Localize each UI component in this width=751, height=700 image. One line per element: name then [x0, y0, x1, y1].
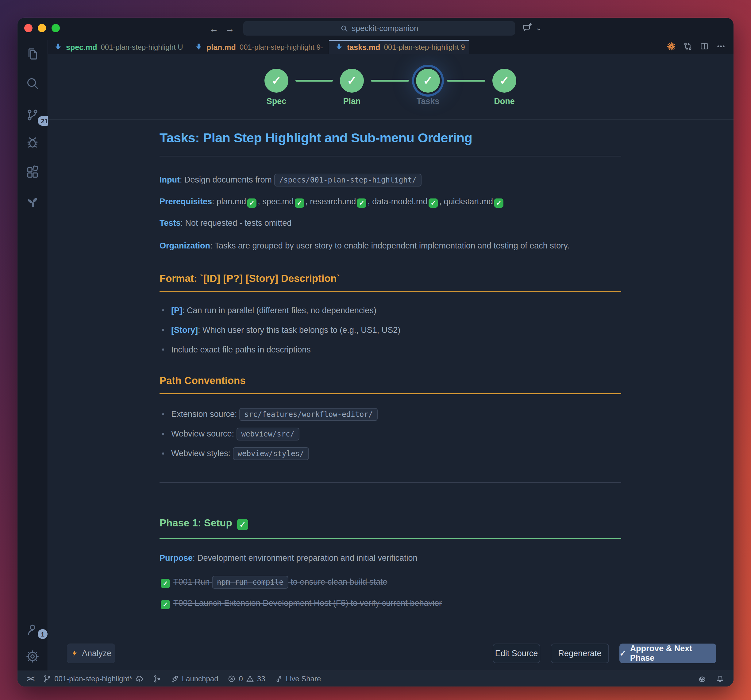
- nav-back-button[interactable]: ←: [208, 22, 220, 36]
- window-titlebar: ← → speckit-companion ⌄: [17, 18, 734, 40]
- task-item-t002[interactable]: ✓ T002 Launch Extension Development Host…: [159, 596, 621, 610]
- step-tasks-circle[interactable]: ✓: [416, 69, 440, 93]
- checked-emoji: ✓: [295, 198, 304, 208]
- step-done-circle[interactable]: ✓: [492, 69, 516, 93]
- page-title: Tasks: Plan Step Highlight and Sub-menu …: [159, 130, 621, 145]
- split-editor-icon[interactable]: [700, 42, 709, 52]
- path-code: webview/src/: [236, 428, 300, 440]
- tab-tasks-md[interactable]: tasks.md 001-plan-step-highlight 9: [329, 40, 469, 54]
- colon: :: [212, 197, 216, 206]
- action-bar: Analyze Edit Source Regenerate ✓Approve …: [48, 636, 734, 671]
- branch-name: 001-plan-step-highlight*: [54, 675, 132, 683]
- explorer-icon[interactable]: [25, 46, 40, 61]
- copilot-icon: [698, 675, 706, 683]
- notifications-item[interactable]: [716, 675, 724, 683]
- purpose-label: Purpose: [159, 553, 193, 562]
- rocket-icon: [171, 675, 179, 683]
- lightning-bolt-icon: [71, 650, 78, 657]
- list-item: Include exact file paths in descriptions: [159, 344, 621, 355]
- git-branch-item[interactable]: 001-plan-step-highlight*: [43, 675, 144, 683]
- compare-changes-icon[interactable]: [683, 42, 692, 52]
- term: [P]: [171, 306, 182, 315]
- git-graph-item[interactable]: [153, 675, 161, 683]
- source-control-icon[interactable]: 21: [25, 108, 40, 122]
- check-icon: ✓: [499, 74, 509, 87]
- status-bar: >< 001-plan-step-highlight* Launchpad 0 …: [17, 671, 734, 686]
- git-branch-icon: [43, 675, 51, 683]
- live-share-item[interactable]: Live Share: [275, 675, 321, 683]
- tests-text: : Not requested - tests omitted: [181, 218, 292, 228]
- analyze-button[interactable]: Analyze: [67, 644, 115, 663]
- item-text: Include exact file paths in descriptions: [171, 345, 311, 354]
- step-plan-label: Plan: [328, 97, 376, 106]
- tab-description: 001-plan-step-highlight U: [100, 43, 183, 51]
- copilot-status-item[interactable]: [698, 675, 706, 683]
- search-icon: [340, 25, 348, 32]
- stepper-connector: [371, 80, 409, 82]
- speckit-plant-icon[interactable]: [25, 195, 40, 209]
- prereq-file: research.md: [310, 197, 356, 206]
- extensions-icon[interactable]: [25, 165, 40, 179]
- step-spec-label: Spec: [252, 97, 301, 106]
- tab-spec-md[interactable]: spec.md 001-plan-step-highlight U: [48, 40, 189, 54]
- list-item: Webview styles: webview/styles/: [159, 446, 621, 461]
- tab-strip: spec.md 001-plan-step-highlight U plan.m…: [48, 40, 734, 54]
- tests-line: Tests: Not requested - tests omitted: [159, 217, 621, 229]
- organization-label: Organization: [159, 241, 210, 250]
- path-code: src/features/workflow-editor/: [239, 408, 378, 421]
- task-list: ✓ T001 Run npm run compile to ensure cle…: [159, 575, 621, 610]
- purpose-text: : Development environment preparation an…: [193, 553, 417, 562]
- spark-icon[interactable]: [667, 42, 676, 52]
- minimize-button[interactable]: [38, 24, 46, 32]
- input-path-code: /specs/001-plan-step-highlight/: [274, 174, 422, 187]
- command-center-search[interactable]: speckit-companion: [243, 21, 515, 36]
- zoom-button[interactable]: [51, 24, 60, 32]
- check-icon: ✓: [620, 649, 626, 658]
- analyze-label: Analyze: [82, 649, 111, 658]
- remote-indicator[interactable]: ><: [27, 674, 34, 683]
- nav-forward-button[interactable]: →: [224, 22, 236, 36]
- tab-plan-md[interactable]: plan.md 001-plan-step-highlight 9-: [189, 40, 329, 54]
- path-code: webview/styles/: [233, 447, 309, 460]
- editor-area: spec.md 001-plan-step-highlight U plan.m…: [48, 40, 734, 671]
- webview-panel: ✓ ✓ ✓ ✓ Spec Plan Tasks Done Ta: [48, 54, 734, 671]
- step-plan-circle[interactable]: ✓: [340, 69, 364, 93]
- edit-source-button[interactable]: Edit Source: [493, 644, 540, 663]
- item-text: Extension source:: [171, 409, 239, 419]
- path-conventions-list: Extension source: src/features/workflow-…: [159, 407, 621, 461]
- check-icon: ✓: [347, 74, 357, 87]
- debug-icon[interactable]: [25, 136, 40, 150]
- checked-emoji: ✓: [357, 198, 366, 208]
- launchpad-item[interactable]: Launchpad: [171, 675, 218, 683]
- close-button[interactable]: [24, 24, 32, 32]
- path-conventions-heading: Path Conventions: [159, 375, 621, 394]
- checked-emoji: ✓: [237, 519, 248, 530]
- chevron-down-icon: ⌄: [536, 24, 542, 32]
- task-text: T001 Run npm run compile to ensure clean…: [173, 577, 388, 587]
- file-down-arrow-icon: [335, 43, 343, 52]
- more-actions-icon[interactable]: [716, 42, 726, 52]
- copilot-chat-button[interactable]: ⌄: [522, 23, 542, 33]
- account-icon[interactable]: 1: [25, 623, 40, 637]
- list-item: Webview source: webview/src/: [159, 427, 621, 441]
- approve-next-phase-button[interactable]: ✓Approve & Next Phase: [620, 644, 716, 663]
- task-item-t001[interactable]: ✓ T001 Run npm run compile to ensure cle…: [159, 575, 621, 589]
- error-icon: [227, 675, 236, 683]
- separator: ,: [368, 197, 372, 206]
- activity-bar: 21 1: [17, 40, 48, 671]
- search-view-icon[interactable]: [25, 76, 40, 91]
- problems-item[interactable]: 0 33: [227, 675, 265, 683]
- organization-text: : Tasks are grouped by user story to ena…: [210, 241, 569, 250]
- phase-1-heading: Phase 1: Setup✓: [159, 517, 621, 539]
- input-text: : Design documents from: [180, 175, 274, 184]
- tasks-document: Tasks: Plan Step Highlight and Sub-menu …: [159, 130, 621, 617]
- task-text-post: to ensure clean build state: [288, 577, 388, 587]
- search-placeholder: speckit-companion: [352, 24, 419, 33]
- list-item: [P]: Can run in parallel (different file…: [159, 305, 621, 316]
- workbench: 21 1: [17, 40, 734, 671]
- prerequisites-label: Prerequisites: [159, 197, 212, 206]
- tab-description: 001-plan-step-highlight 9: [384, 43, 465, 51]
- step-spec-circle[interactable]: ✓: [264, 69, 288, 93]
- settings-gear-icon[interactable]: [25, 649, 40, 663]
- regenerate-button[interactable]: Regenerate: [551, 644, 609, 663]
